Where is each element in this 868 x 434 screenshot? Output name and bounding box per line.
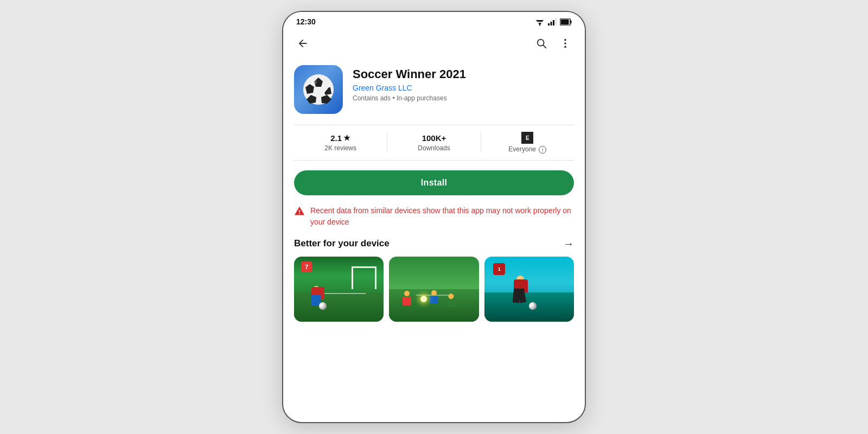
- thumbnail-3[interactable]: 1: [484, 257, 574, 322]
- svg-rect-5: [551, 22, 552, 25]
- stat-rating: 2.1 ★ 2K reviews: [294, 133, 387, 152]
- esrb-icon: E: [521, 132, 533, 144]
- battery-icon: [560, 18, 572, 25]
- warning-triangle-icon: [294, 206, 305, 216]
- app-developer[interactable]: Green Grass LLC: [353, 84, 574, 92]
- toolbar: [283, 29, 585, 59]
- install-button[interactable]: Install: [294, 170, 574, 195]
- svg-rect-9: [571, 20, 572, 23]
- thumbnail-2[interactable]: [389, 257, 478, 322]
- warning-text: Recent data from similar devices show th…: [310, 205, 574, 228]
- section-arrow[interactable]: →: [563, 238, 574, 250]
- more-icon: [559, 37, 571, 49]
- svg-rect-4: [548, 23, 550, 25]
- back-arrow-icon: [297, 37, 309, 49]
- thumbnail-1[interactable]: 7: [294, 257, 384, 322]
- svg-point-15: [564, 46, 566, 48]
- toolbar-right: [531, 33, 576, 54]
- downloads-value: 100K+: [422, 133, 446, 143]
- status-bar: 12:30: [283, 12, 585, 29]
- svg-point-22: [311, 79, 317, 85]
- phone-shell: 12:30: [282, 11, 586, 423]
- svg-rect-7: [556, 18, 557, 25]
- age-label: Everyone i: [508, 145, 546, 154]
- search-icon: [535, 37, 547, 49]
- status-time: 12:30: [296, 17, 316, 26]
- info-icon[interactable]: i: [539, 146, 546, 154]
- warning-icon: [294, 206, 305, 219]
- content-area: Soccer Winner 2021 Green Grass LLC Conta…: [283, 59, 585, 422]
- rating-label: 2K reviews: [324, 144, 356, 152]
- app-meta: Contains ads • In-app purchases: [353, 94, 574, 102]
- downloads-label: Downloads: [418, 144, 450, 152]
- rating-value: 2.1 ★: [330, 133, 350, 143]
- app-title: Soccer Winner 2021: [353, 67, 574, 81]
- star-icon: ★: [343, 133, 350, 142]
- app-header: Soccer Winner 2021 Green Grass LLC Conta…: [294, 65, 574, 114]
- section-title: Better for your device: [294, 238, 390, 249]
- app-info: Soccer Winner 2021 Green Grass LLC Conta…: [353, 65, 574, 102]
- age-rating-icon-value: E: [521, 132, 533, 144]
- app-icon-image: [301, 72, 336, 107]
- more-button[interactable]: [554, 33, 576, 54]
- app-icon: [294, 65, 343, 114]
- thumb-inner-2: [389, 257, 478, 322]
- svg-line-12: [543, 45, 546, 48]
- wifi-icon: [535, 18, 545, 25]
- status-icons: [535, 18, 572, 25]
- svg-point-14: [564, 42, 566, 44]
- svg-rect-10: [561, 19, 569, 24]
- section-header: Better for your device →: [294, 238, 574, 250]
- svg-point-13: [564, 39, 566, 41]
- back-button[interactable]: [292, 33, 314, 54]
- stat-rating-age: E Everyone i: [481, 132, 574, 154]
- svg-point-3: [539, 24, 541, 26]
- warning-box: Recent data from similar devices show th…: [294, 205, 574, 228]
- stat-downloads: 100K+ Downloads: [387, 133, 480, 152]
- thumb-inner-3: 1: [484, 257, 574, 322]
- thumb-inner-1: 7: [294, 257, 384, 322]
- stats-row: 2.1 ★ 2K reviews 100K+ Downloads E Every…: [294, 125, 574, 161]
- search-button[interactable]: [531, 33, 552, 54]
- thumbnails-row: 7: [294, 257, 574, 422]
- svg-rect-6: [553, 20, 554, 25]
- signal-icon: [548, 18, 557, 25]
